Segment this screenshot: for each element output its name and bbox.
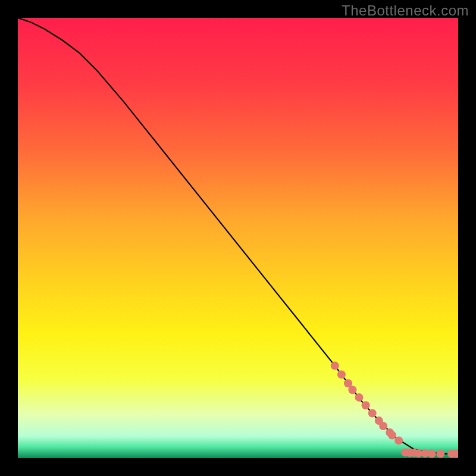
data-marker xyxy=(362,401,370,409)
data-marker xyxy=(379,422,387,430)
data-marker xyxy=(388,431,396,440)
chart-frame: TheBottleneck.com xyxy=(0,0,476,476)
chart-svg xyxy=(18,18,458,458)
watermark-text: TheBottleneck.com xyxy=(342,2,469,19)
data-marker xyxy=(368,409,377,418)
data-marker xyxy=(337,370,346,378)
plot-area xyxy=(18,18,458,458)
data-marker xyxy=(428,450,436,458)
gradient-background xyxy=(18,18,458,458)
data-marker xyxy=(394,436,403,444)
data-marker xyxy=(331,362,339,370)
data-marker xyxy=(436,450,444,458)
data-marker xyxy=(348,386,356,394)
data-marker xyxy=(355,393,364,402)
